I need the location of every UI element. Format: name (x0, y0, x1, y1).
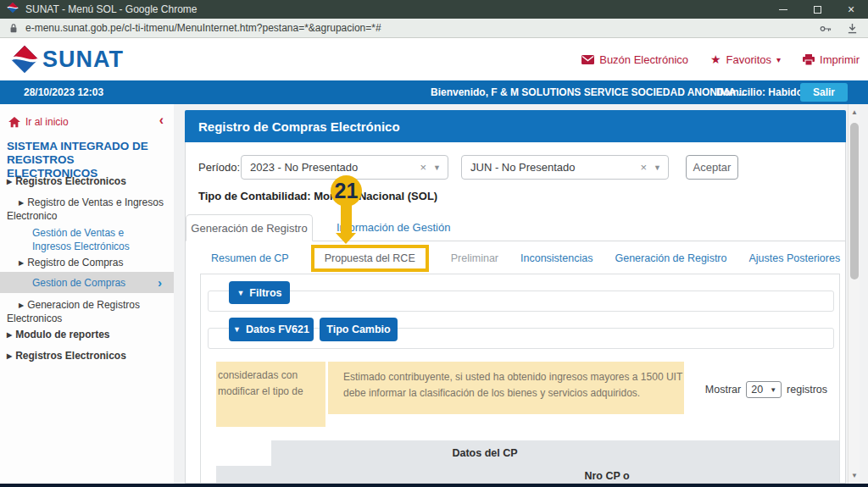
star-icon: ★ (710, 53, 721, 65)
welcome-text: Bienvenido, F & M SOLUTIONS SERVICE SOCI… (431, 86, 747, 98)
lock-icon[interactable] (8, 23, 19, 34)
window-title: SUNAT - Menú SOL - Google Chrome (25, 3, 198, 15)
maximize-icon (814, 6, 821, 14)
chevron-down-icon: ▼ (770, 386, 776, 394)
chevron-down-icon: ▼ (233, 325, 241, 334)
sidebar-item-generacion-registros[interactable]: ▶Generacion de Registros Electronicos (0, 299, 166, 325)
notice-left: consideradas con modificar el tipo de (216, 362, 326, 427)
sidebar-item-modulo-reportes[interactable]: ▶Modulo de reportes (0, 329, 166, 342)
sidebar-item-registros-electronicos[interactable]: ▶Registros Electronicos (0, 175, 166, 189)
subtab-preliminar[interactable]: Preliminar (451, 252, 498, 264)
clear-icon[interactable]: × (420, 161, 426, 174)
sidebar-collapse-icon[interactable]: ‹ (159, 113, 164, 128)
filtros-button[interactable]: ▼Filtros (229, 281, 290, 304)
close-icon: × (848, 3, 854, 16)
page-size-value: 20 (751, 384, 763, 396)
main-content: Registro de Compras Electrónico Período:… (174, 104, 868, 484)
subtab-generacion-registro[interactable]: Generación de Registro (615, 252, 726, 264)
brand-text: SUNAT (42, 47, 124, 73)
notice-right-line2: debe informar la clasificación de los bi… (343, 385, 684, 401)
periodo-month-value: JUN - No Presentado (470, 161, 576, 174)
url-text[interactable]: e-menu.sunat.gob.pe/cl-ti-itmenu/MenuInt… (25, 22, 381, 34)
triangle-right-icon: ▶ (7, 331, 12, 339)
minimize-icon (779, 9, 787, 10)
home-icon (8, 117, 20, 128)
buzon-label: Buzón Electrónico (599, 53, 688, 66)
printer-icon (803, 54, 815, 65)
periodo-label: Período: (198, 161, 240, 174)
domicilio-status: Domicilio: Habido (716, 86, 803, 98)
imprimir-link[interactable]: Imprimir (803, 53, 860, 66)
registros-label: registros (787, 384, 827, 396)
table-header-row (216, 466, 839, 484)
sidebar-item-gestion-compras-active[interactable]: Gestion de Compras › (0, 272, 174, 293)
minimize-button[interactable] (766, 0, 800, 19)
sidebar-home-link[interactable]: Ir al inicio (8, 116, 69, 128)
notice-right: Estimado contribuyente, si usted ha obte… (328, 362, 684, 414)
annotation-arrowhead-icon (336, 233, 356, 244)
chevron-down-icon: ▾ (776, 55, 781, 64)
mostrar-label: Mostrar (705, 384, 741, 396)
chevron-down-icon[interactable]: ▼ (433, 163, 441, 172)
content-panel: Período: 2023 - No Presentado ×▼ JUN - N… (185, 142, 846, 484)
scroll-up-icon[interactable]: ▲ (849, 108, 860, 116)
favoritos-label: Favoritos (726, 53, 771, 66)
address-bar[interactable]: e-menu.sunat.gob.pe/cl-ti-itmenu/MenuInt… (0, 19, 868, 38)
scrollbar-thumb[interactable] (850, 123, 859, 279)
app-header: SUNAT Buzón Electrónico ★ Favoritos ▾ (0, 38, 868, 80)
sunat-logo: SUNAT (8, 44, 124, 75)
window-bottom-edge (0, 484, 868, 487)
notice-left-line2: modificar el tipo de (218, 384, 326, 400)
sidebar-item-gestion-ventas[interactable]: Gestión de Ventas e Ingresos Electrónico… (0, 227, 136, 253)
sunat-logo-icon (8, 44, 41, 75)
page-size-select[interactable]: 20 ▼ (746, 381, 782, 398)
periodo-month-select[interactable]: JUN - No Presentado ×▼ (461, 155, 669, 180)
close-button[interactable]: × (834, 0, 868, 19)
clear-icon[interactable]: × (640, 161, 647, 174)
envelope-icon (581, 55, 594, 64)
sidebar-item-registros-electronicos-2[interactable]: ▶Registros Electronicos (0, 350, 166, 363)
sidebar-item-registro-ventas[interactable]: ▶Registro de Ventas e Ingresos Electroni… (0, 196, 166, 223)
download-icon[interactable] (847, 23, 858, 34)
sunat-favicon-icon (7, 2, 19, 17)
vertical-scrollbar[interactable]: ▲ ▼ (848, 104, 860, 484)
sidebar-system-title: SISTEMA INTEGRADO DE REGISTROS ELECTRONI… (7, 140, 168, 180)
window-titlebar: SUNAT - Menú SOL - Google Chrome × (0, 0, 868, 19)
page-title: Registro de Compras Electrónico (185, 110, 846, 142)
tipo-contabilidad-text: Tipo de Contabilidad: Moneda Nacional (S… (198, 190, 437, 202)
triangle-right-icon: ▶ (7, 178, 12, 185)
maximize-button[interactable] (800, 0, 834, 19)
subtab-resumen-cp[interactable]: Resumen de CP (211, 252, 289, 264)
table-column-header: Nro CP o (584, 470, 629, 482)
subtab-content-panel: ▼Filtros ▼Datos FV621 Tipo Cambio consid… (200, 274, 840, 484)
salir-button[interactable]: Salir (800, 83, 848, 102)
triangle-right-icon: ▶ (19, 302, 24, 309)
browser-window: SUNAT - Menú SOL - Google Chrome × e-men… (0, 0, 868, 487)
tab-bar: Generación de Registro Información de Ge… (186, 214, 846, 241)
key-icon[interactable] (820, 24, 832, 34)
tab-generacion-de-registro[interactable]: Generación de Registro (186, 214, 313, 241)
table-group-header-row (271, 440, 839, 466)
annotation-arrow (341, 205, 352, 233)
subtab-inconsistencias[interactable]: Inconsistencias (520, 252, 593, 264)
chevron-down-icon[interactable]: ▼ (654, 163, 661, 172)
sidebar: Ir al inicio ‹ SISTEMA INTEGRADO DE REGI… (0, 104, 174, 484)
subtab-ajustes-posteriores[interactable]: Ajustes Posteriores (749, 252, 841, 264)
imprimir-label: Imprimir (820, 53, 860, 66)
triangle-right-icon: ▶ (7, 352, 12, 360)
periodo-year-value: 2023 - No Presentado (250, 161, 358, 174)
scroll-down-icon[interactable]: ▼ (849, 472, 860, 479)
subtab-bar: Resumen de CP Propuesta del RCE Prelimin… (186, 242, 846, 274)
table-group-header: Datos del CP (452, 447, 517, 459)
buzon-electronico-link[interactable]: Buzón Electrónico (581, 53, 688, 66)
filtros-panel (208, 291, 834, 312)
aceptar-button[interactable]: Aceptar (686, 155, 738, 180)
datos-fv621-button[interactable]: ▼Datos FV621 (229, 318, 314, 341)
favoritos-menu[interactable]: ★ Favoritos ▾ (710, 53, 781, 66)
page-size-control: Mostrar 20 ▼ registros (705, 381, 827, 398)
subtab-propuesta-rce-highlighted[interactable]: Propuesta del RCE (311, 245, 429, 272)
annotation-badge: 21 (331, 175, 362, 207)
sidebar-home-label: Ir al inicio (25, 116, 69, 128)
triangle-right-icon: ▶ (19, 199, 24, 207)
tipo-cambio-button[interactable]: Tipo Cambio (320, 318, 398, 341)
